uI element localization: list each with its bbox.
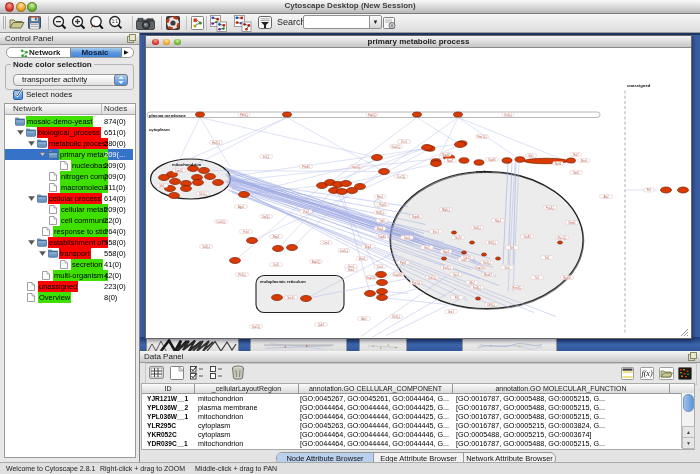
svg-text:Est3(-): Est3(-): [473, 286, 481, 290]
svg-text:Kap95: Kap95: [488, 158, 496, 162]
svg-text:Pph3: Pph3: [400, 261, 407, 265]
svg-text:Vcx1: Vcx1: [401, 140, 407, 144]
svg-text:Yor1(-): Yor1(-): [504, 113, 512, 117]
svg-text:Pdr5(-): Pdr5(-): [240, 113, 248, 117]
svg-text:Qdr2: Qdr2: [318, 323, 324, 327]
svg-text:Rrm3(-): Rrm3(-): [513, 286, 522, 290]
svg-text:plasma membrane: plasma membrane: [149, 113, 186, 118]
svg-text:Pif1: Pif1: [455, 296, 460, 300]
svg-text:Agp1: Agp1: [238, 205, 245, 209]
svg-text:Kap104: Kap104: [394, 273, 404, 277]
svg-text:Tlc1: Tlc1: [535, 276, 540, 280]
svg-text:Sec61: Sec61: [287, 296, 295, 300]
svg-text:Rad53: Rad53: [563, 276, 571, 280]
svg-text:unassigned: unassigned: [627, 83, 651, 88]
svg-text:Gsp1(-): Gsp1(-): [392, 145, 401, 149]
svg-text:Mex67: Mex67: [484, 273, 492, 277]
svg-text:Fur4: Fur4: [243, 230, 249, 234]
svg-text:Aqr1: Aqr1: [361, 317, 367, 321]
svg-text:Rna1: Rna1: [377, 195, 384, 199]
svg-text:Mec1(-): Mec1(-): [558, 236, 567, 240]
svg-text:Kap123: Kap123: [476, 266, 486, 270]
svg-text:Ten1: Ten1: [504, 266, 510, 270]
svg-text:Pse1(-): Pse1(-): [412, 281, 421, 285]
svg-text:Mtr2: Mtr2: [469, 281, 475, 285]
svg-text:Can1(-): Can1(-): [217, 220, 226, 224]
svg-text:Atx2: Atx2: [603, 195, 609, 199]
svg-text:Dun1: Dun1: [404, 236, 411, 240]
svg-text:Esc1: Esc1: [433, 230, 439, 234]
svg-text:Dip5(-): Dip5(-): [262, 215, 270, 219]
svg-text:Itr1(-): Itr1(-): [263, 155, 269, 159]
svg-text:Nup2: Nup2: [443, 250, 450, 254]
svg-text:f(x): f(x): [641, 369, 652, 378]
svg-text:Cbf5(-): Cbf5(-): [487, 303, 495, 307]
svg-text:Tel1: Tel1: [545, 256, 550, 260]
svg-text:Est1(-): Est1(-): [443, 266, 451, 270]
svg-text:Cdc13: Cdc13: [463, 256, 471, 260]
svg-text:Pho84: Pho84: [302, 165, 310, 169]
svg-text:Mup1: Mup1: [365, 245, 372, 249]
svg-text:Msn5: Msn5: [359, 257, 366, 261]
svg-text:Gap1(-): Gap1(-): [352, 165, 361, 169]
svg-text:Dtr1(-): Dtr1(-): [392, 315, 400, 319]
svg-text:Tpo1(-): Tpo1(-): [252, 325, 261, 329]
svg-text:Nup1: Nup1: [447, 159, 454, 163]
svg-text:Sxm1: Sxm1: [348, 268, 355, 272]
svg-text:Rif2(-): Rif2(-): [488, 241, 495, 245]
svg-text:Snq2(-): Snq2(-): [368, 113, 377, 117]
svg-text:Kap120: Kap120: [367, 276, 377, 280]
svg-text:Ptr2(-): Ptr2(-): [238, 273, 245, 277]
svg-text:nucleus: nucleus: [476, 169, 492, 174]
svg-text:Smf1: Smf1: [573, 171, 580, 175]
svg-text:mitochondrion: mitochondrion: [172, 162, 202, 167]
svg-text:endoplasmic reticulum: endoplasmic reticulum: [260, 279, 306, 284]
svg-text:Stn1(-): Stn1(-): [483, 261, 491, 265]
svg-text:Ccc2(-): Ccc2(-): [397, 175, 406, 179]
svg-text:Kap60: Kap60: [378, 235, 386, 239]
svg-text:Mep2: Mep2: [273, 235, 280, 239]
svg-text:Sac3: Sac3: [453, 273, 459, 277]
svg-text:Sir4(-): Sir4(-): [473, 226, 480, 230]
svg-text:Rat7: Rat7: [573, 153, 579, 157]
svg-text:1:1: 1:1: [112, 19, 119, 24]
svg-text:Mlp1(-): Mlp1(-): [442, 208, 450, 212]
svg-text:Flr1: Flr1: [647, 188, 652, 192]
svg-text:Mir1: Mir1: [159, 184, 165, 188]
svg-text:Gle1: Gle1: [528, 154, 534, 158]
svg-text:Bap2(-): Bap2(-): [312, 260, 321, 264]
svg-text:Hxt1(-): Hxt1(-): [212, 141, 220, 145]
svg-text:Sfc1(-): Sfc1(-): [199, 192, 207, 196]
svg-text:Gar1: Gar1: [448, 310, 454, 314]
svg-text:Put4: Put4: [303, 210, 309, 214]
svg-text:Ntf2(-): Ntf2(-): [376, 211, 383, 215]
svg-text:cytoplasm: cytoplasm: [149, 127, 170, 132]
svg-text:Sir3: Sir3: [510, 246, 515, 250]
svg-text:Nup42: Nup42: [442, 153, 450, 157]
svg-text:Crm1: Crm1: [323, 241, 330, 245]
svg-text:Nup60: Nup60: [412, 215, 420, 219]
svg-text:Est2: Est2: [424, 246, 430, 250]
svg-text:Msn5: Msn5: [581, 159, 588, 163]
svg-text:Yrb1: Yrb1: [379, 219, 385, 223]
svg-text:Mog1: Mog1: [377, 227, 384, 231]
svg-text:Yku80: Yku80: [523, 235, 531, 239]
svg-text:Rap1: Rap1: [495, 219, 502, 223]
svg-text:Prp20: Prp20: [380, 203, 387, 207]
svg-text:Tat2(-): Tat2(-): [202, 245, 210, 249]
svg-text:Tom20: Tom20: [175, 169, 183, 173]
svg-text:Nic96: Nic96: [555, 162, 562, 166]
svg-text:Pmc1(-): Pmc1(-): [477, 135, 486, 139]
svg-text:Dal5: Dal5: [273, 263, 279, 267]
svg-text:Psy2(-): Psy2(-): [546, 206, 554, 210]
svg-text:Nmd5: Nmd5: [569, 221, 576, 225]
svg-text:Cse1: Cse1: [377, 265, 384, 269]
svg-text:Yku70: Yku70: [454, 236, 462, 240]
svg-text:Chk1(-): Chk1(-): [428, 276, 437, 280]
svg-text:Los1(-): Los1(-): [340, 249, 348, 253]
